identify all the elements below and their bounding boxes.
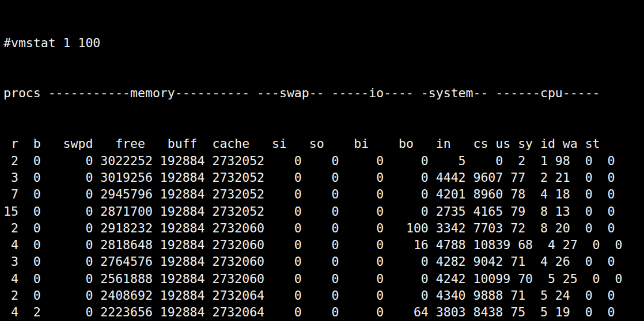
vmstat-row: 7 0 0 2945796 192884 2732052 0 0 0 0 420… — [3, 186, 644, 202]
terminal-command-line: #vmstat 1 100 — [3, 35, 644, 51]
vmstat-row: 3 0 0 2764576 192884 2732060 0 0 0 0 428… — [3, 253, 644, 270]
terminal-window[interactable]: #vmstat 1 100 procs -----------memory---… — [0, 0, 644, 321]
vmstat-row: 2 0 0 2408692 192884 2732064 0 0 0 0 434… — [3, 287, 644, 304]
vmstat-row: 15 0 0 2871700 192884 2732052 0 0 0 0 27… — [3, 203, 644, 220]
vmstat-row: 4 0 0 2561888 192884 2732060 0 0 0 0 424… — [3, 270, 644, 287]
vmstat-row: 2 0 0 2918232 192884 2732060 0 0 0 100 3… — [3, 220, 644, 236]
vmstat-output: r b swpd free buff cache si so bi bo in … — [3, 135, 644, 321]
vmstat-row: 4 0 0 2818648 192884 2732060 0 0 0 16 47… — [3, 236, 644, 253]
vmstat-row: 3 0 0 3019256 192884 2732052 0 0 0 0 444… — [3, 169, 644, 186]
vmstat-row: 4 2 0 2223656 192884 2732064 0 0 0 64 38… — [3, 304, 644, 320]
vmstat-group-header: procs -----------memory---------- ---swa… — [3, 85, 644, 101]
vmstat-column-headers: r b swpd free buff cache si so bi bo in … — [3, 135, 644, 152]
vmstat-row: 2 0 0 3022252 192884 2732052 0 0 0 0 5 0… — [3, 152, 644, 169]
